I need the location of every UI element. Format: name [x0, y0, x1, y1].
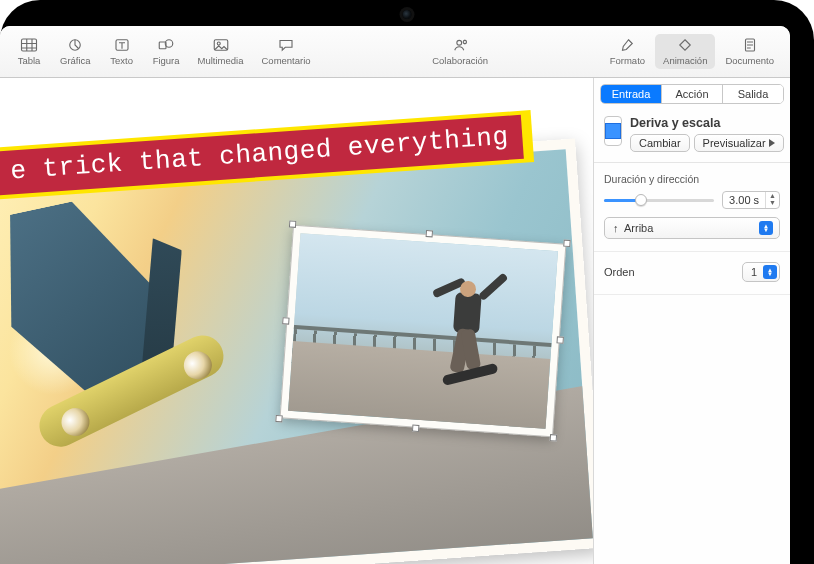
toolbar-multimedia[interactable]: Multimedia — [190, 34, 252, 69]
direction-value: Arriba — [624, 222, 653, 234]
grid-icon — [20, 37, 38, 53]
laptop-camera — [403, 10, 412, 19]
brush-icon — [618, 37, 636, 53]
svg-rect-0 — [22, 39, 37, 51]
toolbar-formato[interactable]: Formato — [602, 34, 653, 69]
toolbar-figura[interactable]: Figura — [145, 34, 188, 69]
toolbar-tabla-label: Tabla — [18, 55, 41, 66]
toolbar-multimedia-label: Multimedia — [198, 55, 244, 66]
animation-thumbnail — [604, 116, 622, 146]
order-value: 1 — [751, 266, 757, 278]
preview-label: Previsualizar — [703, 137, 766, 149]
svg-point-6 — [217, 42, 220, 45]
change-label: Cambiar — [639, 137, 681, 149]
toolbar-colaboracion[interactable]: Colaboración — [424, 34, 496, 69]
order-select[interactable]: 1 ▲▼ — [742, 262, 780, 282]
direction-select[interactable]: ↑ Arriba ▲▼ — [604, 217, 780, 239]
chevron-updown-icon: ▲▼ — [763, 265, 777, 279]
seg-salida[interactable]: Salida — [722, 85, 783, 103]
toolbar-animacion[interactable]: Animación — [655, 34, 715, 69]
direction-arrow-icon: ↑ — [613, 222, 619, 234]
toolbar: Tabla Gráfica Texto Figura Multimedia Co… — [0, 26, 790, 78]
toolbar-texto[interactable]: Texto — [101, 34, 143, 69]
text-icon — [113, 37, 131, 53]
comment-icon — [277, 37, 295, 53]
animation-phase-segmented[interactable]: Entrada Acción Salida — [600, 84, 784, 104]
play-icon — [769, 139, 775, 147]
toolbar-documento[interactable]: Documento — [717, 34, 782, 69]
svg-point-7 — [457, 40, 462, 45]
order-label: Orden — [604, 266, 635, 278]
stepper-up-icon[interactable]: ▲ — [766, 192, 779, 199]
duration-value: 3.00 s — [723, 192, 765, 208]
chevron-updown-icon: ▲▼ — [759, 221, 773, 235]
photo-small-selected[interactable] — [280, 225, 567, 438]
toolbar-colaboracion-label: Colaboración — [432, 55, 488, 66]
toolbar-grafica[interactable]: Gráfica — [52, 34, 99, 69]
toolbar-formato-label: Formato — [610, 55, 645, 66]
toolbar-tabla[interactable]: Tabla — [8, 34, 50, 69]
toolbar-documento-label: Documento — [725, 55, 774, 66]
toolbar-grafica-label: Gráfica — [60, 55, 91, 66]
pie-icon — [66, 37, 84, 53]
change-animation-button[interactable]: Cambiar — [630, 134, 690, 152]
doc-icon — [741, 37, 759, 53]
animation-name: Deriva y escala — [630, 116, 784, 130]
person-icon — [451, 37, 469, 53]
diamond-icon — [676, 37, 694, 53]
seg-entrada[interactable]: Entrada — [601, 85, 661, 103]
stepper-down-icon[interactable]: ▼ — [766, 199, 779, 206]
toolbar-comentario[interactable]: Comentario — [254, 34, 319, 69]
toolbar-animacion-label: Animación — [663, 55, 707, 66]
image-icon — [212, 37, 230, 53]
duration-slider[interactable] — [604, 193, 714, 207]
duration-section-label: Duración y dirección — [604, 173, 780, 185]
preview-animation-button[interactable]: Previsualizar — [694, 134, 784, 152]
toolbar-comentario-label: Comentario — [262, 55, 311, 66]
inspector-panel: Entrada Acción Salida Deriva y escala Ca… — [593, 78, 790, 564]
toolbar-texto-label: Texto — [110, 55, 133, 66]
seg-accion[interactable]: Acción — [661, 85, 722, 103]
svg-point-8 — [463, 40, 466, 43]
duration-stepper[interactable]: 3.00 s ▲ ▼ — [722, 191, 780, 209]
toolbar-figura-label: Figura — [153, 55, 180, 66]
shape-icon — [157, 37, 175, 53]
slide-canvas[interactable]: e trick that changed everything — [0, 78, 593, 564]
